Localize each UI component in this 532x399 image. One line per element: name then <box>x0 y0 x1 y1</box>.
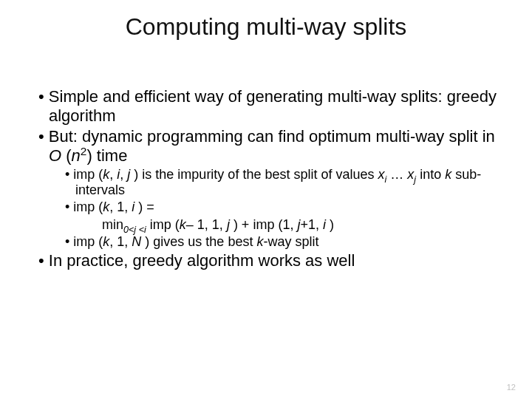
text: imp ( <box>73 167 103 182</box>
text: , 1, <box>109 234 132 249</box>
text: – 1, 1, <box>186 217 227 232</box>
slide: Computing multi-way splits Simple and ef… <box>0 0 532 399</box>
text: imp ( <box>73 234 103 249</box>
slide-body: Simple and efficient way of generating m… <box>35 87 497 272</box>
bullet-practice: In practice, greedy algorithm works as w… <box>35 251 497 270</box>
text: , <box>120 167 127 182</box>
var-N: N <box>132 234 141 249</box>
text: But: dynamic programming can find optimu… <box>49 127 495 146</box>
text: ( <box>61 146 71 165</box>
var-k: k <box>103 167 109 182</box>
var-k: k <box>103 234 109 249</box>
var-k: k <box>180 217 186 232</box>
text: In practice, greedy algorithm works as w… <box>49 251 355 270</box>
text: -way split <box>263 234 318 249</box>
text: , <box>109 167 117 182</box>
var-k: k <box>445 167 451 182</box>
text: … <box>386 167 407 182</box>
bullet-simple-greedy: Simple and efficient way of generating m… <box>35 87 497 126</box>
text: ) <box>326 217 334 232</box>
subbullet-imp-best: imp (k, 1, N ) gives us the best k-way s… <box>35 234 497 250</box>
var-x: x <box>407 167 414 182</box>
text: into <box>416 167 445 182</box>
var-k: k <box>103 200 109 214</box>
subbullet-imp-recur-rhs: min0<j <i imp (k– 1, 1, j ) + imp (1, j+… <box>35 217 497 233</box>
subbullet-imp-def: imp (k, i, j ) is the impurity of the be… <box>35 167 497 198</box>
bullet-dp-optimum: But: dynamic programming can find optimu… <box>35 127 497 166</box>
subbullet-imp-recur: imp (k, 1, i ) = <box>35 200 497 215</box>
text: ) is the impurity of the best split of v… <box>130 167 378 182</box>
text: ) gives us the best <box>141 234 256 249</box>
sub-range: 0<j <i <box>123 224 146 234</box>
text: ) = <box>134 200 154 214</box>
text: ) + imp (1, <box>230 217 298 232</box>
text: imp ( <box>146 217 180 232</box>
text: +1, <box>300 217 323 232</box>
var-O: O <box>49 146 61 165</box>
text: imp ( <box>73 200 103 214</box>
text: min <box>102 217 123 232</box>
page-number: 12 <box>507 383 516 392</box>
var-x: x <box>378 167 385 182</box>
text: Simple and efficient way of generating m… <box>49 87 497 125</box>
var-n: n <box>72 146 81 165</box>
slide-title: Computing multi-way splits <box>0 13 532 41</box>
text: , 1, <box>109 200 132 214</box>
text: ) time <box>86 146 127 165</box>
